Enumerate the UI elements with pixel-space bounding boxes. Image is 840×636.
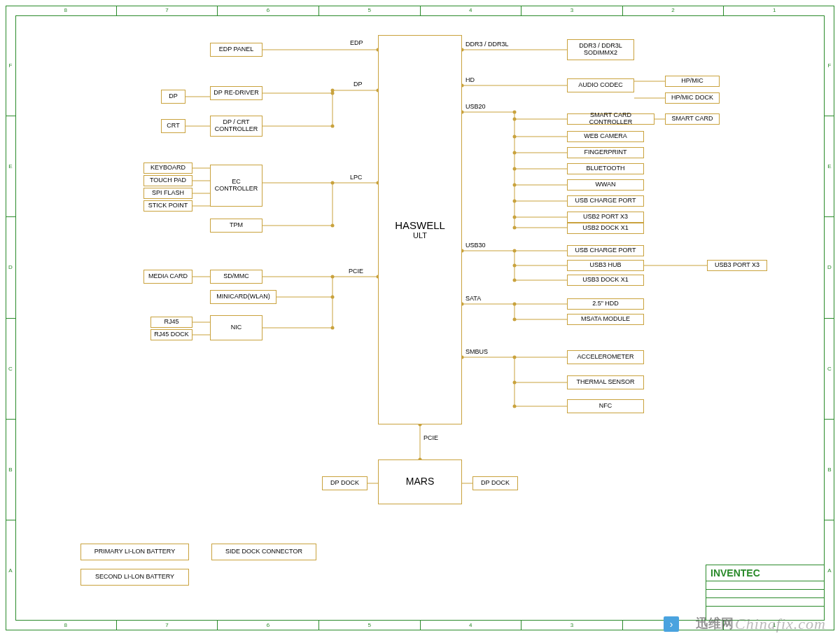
block-msata-module: MSATA MODULE <box>567 314 644 325</box>
company-name: INVENTEC <box>706 565 824 581</box>
block-fingerprint: FINGERPRINT <box>567 147 644 158</box>
block-dp-dock-left: DP DOCK <box>322 476 368 490</box>
label-smbus: SMBUS <box>465 348 488 355</box>
block-dp-dock-right: DP DOCK <box>472 476 518 490</box>
block-haswell: HASWELL ULT <box>378 35 462 424</box>
block-mars: MARS <box>378 459 462 504</box>
label-pcie-down: PCIE <box>424 434 438 441</box>
block-thermal-sensor: THERMAL SENSOR <box>567 375 644 389</box>
block-smart-card: SMART CARD <box>665 113 720 125</box>
block-sdmmc: SD/MMC <box>210 270 262 284</box>
block-spi-flash: SPI FLASH <box>144 188 192 199</box>
label-pcie-left: PCIE <box>349 268 363 275</box>
label-edp: EDP <box>350 39 363 46</box>
block-tpm: TPM <box>210 219 262 233</box>
label-sata: SATA <box>465 295 481 302</box>
block-touchpad: TOUCH PAD <box>144 175 192 186</box>
block-usb3-hub: USB3 HUB <box>567 260 644 271</box>
block-nic: NIC <box>210 315 262 340</box>
block-audio-codec: AUDIO CODEC <box>567 78 634 92</box>
block-usb2-dock-x1: USB2 DOCK X1 <box>567 223 644 234</box>
block-ec-controller: EC CONTROLLER <box>210 165 262 207</box>
label-usb30: USB30 <box>465 242 486 249</box>
label-lpc: LPC <box>350 174 363 181</box>
title-block: INVENTEC <box>706 565 825 621</box>
block-dp-redriver: DP RE-DRIVER <box>210 86 262 100</box>
watermark-cn: 迅维网 <box>696 615 734 632</box>
block-usb2-port-x3: USB2 PORT X3 <box>567 212 644 223</box>
block-crt: CRT <box>161 119 186 133</box>
block-keyboard: KEYBOARD <box>144 163 192 174</box>
block-web-camera: WEB CAMERA <box>567 131 644 142</box>
ruler-right: FEDCBA <box>825 15 834 621</box>
block-dp-crt-controller: DP / CRT CONTROLLER <box>210 116 262 137</box>
block-primary-battery: PRIMARY LI-LON BATTERY <box>80 544 189 560</box>
block-usb-charge-port-3: USB CHARGE PORT <box>567 245 644 256</box>
block-stick-point: STICK POINT <box>144 200 192 212</box>
block-usb3-dock-x1: USB3 DOCK X1 <box>567 275 644 286</box>
block-side-dock-connector: SIDE DOCK CONNECTOR <box>211 544 316 560</box>
block-nfc: NFC <box>567 399 644 413</box>
block-edp-panel: EDP PANEL <box>210 43 262 57</box>
block-hp-mic: HP/MIC <box>665 76 720 87</box>
block-rj45-dock: RJ45 DOCK <box>150 329 192 340</box>
block-dp: DP <box>161 90 186 104</box>
watermark-arrow-icon: › <box>664 616 679 632</box>
label-usb20: USB20 <box>465 103 486 110</box>
watermark-site: Chinafix.com <box>735 615 826 633</box>
block-ddr-sodimm: DDR3 / DDR3L SODIMMX2 <box>567 39 634 60</box>
haswell-sub: ULT <box>413 231 427 240</box>
block-accelerometer: ACCELEROMETER <box>567 350 644 364</box>
block-second-battery: SECOND LI-LON BATTERY <box>80 569 189 586</box>
block-hp-mic-dock: HP/MIC DOCK <box>665 92 720 104</box>
block-rj45: RJ45 <box>150 317 192 328</box>
label-dp: DP <box>354 81 363 88</box>
label-ddr: DDR3 / DDR3L <box>465 41 509 48</box>
label-hd: HD <box>465 76 475 83</box>
block-smart-card-controller: SMART CARD CONTROLLER <box>567 113 654 125</box>
ruler-top: 87654321 <box>15 6 825 15</box>
block-usb3-port-x3: USB3 PORT X3 <box>707 260 767 271</box>
block-minicard-wlan: MINICARD(WLAN) <box>210 290 276 304</box>
ruler-left: FEDCBA <box>6 15 15 621</box>
block-usb-charge-port-2: USB CHARGE PORT <box>567 195 644 207</box>
haswell-title: HASWELL <box>395 220 445 232</box>
block-25-hdd: 2.5" HDD <box>567 298 644 310</box>
block-wwan: WWAN <box>567 179 644 191</box>
block-media-card: MEDIA CARD <box>144 270 192 284</box>
block-bluetooth: BLUETOOTH <box>567 163 644 174</box>
